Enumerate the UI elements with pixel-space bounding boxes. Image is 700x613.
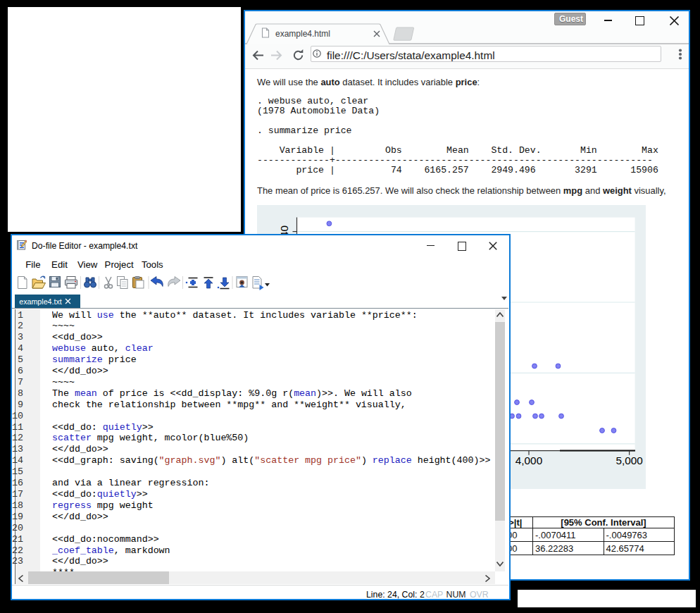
- svg-text:4,000: 4,000: [515, 454, 542, 466]
- svg-text:5,000: 5,000: [615, 454, 642, 466]
